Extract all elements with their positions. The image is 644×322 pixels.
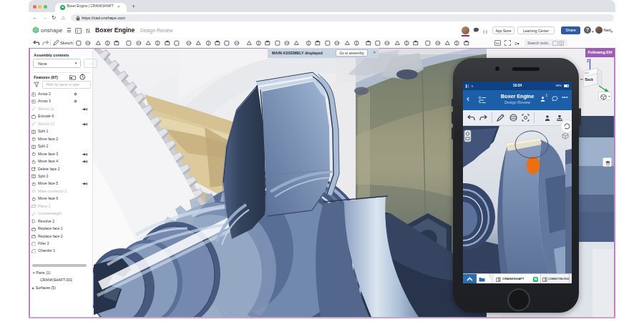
svg-text:Back: Back bbox=[585, 78, 594, 82]
svg-text:Z: Z bbox=[587, 59, 589, 63]
svg-text:xxxx: xxxx bbox=[585, 72, 590, 74]
